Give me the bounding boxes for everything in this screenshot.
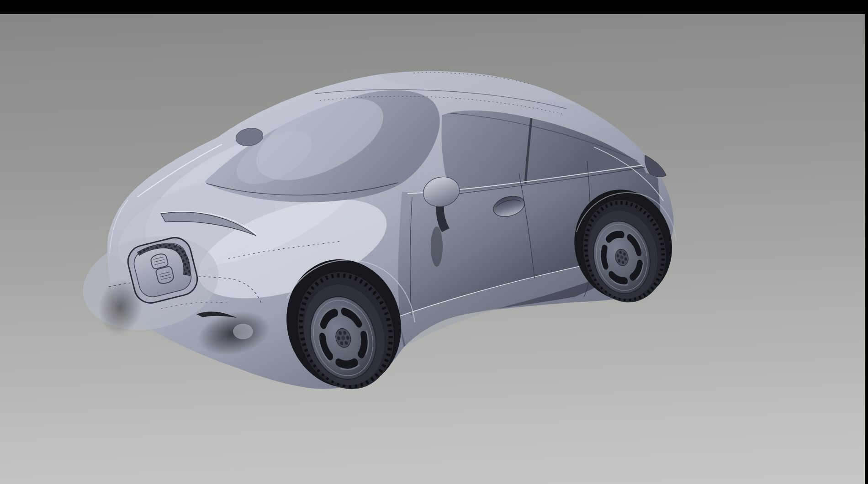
letterbox-right-bar [865, 0, 868, 484]
mirror-shadow-streak [431, 226, 443, 267]
screen [0, 0, 868, 484]
viewport-3d[interactable] [0, 0, 865, 484]
car-render-canvas [0, 0, 865, 484]
letterbox-top-bar [0, 0, 868, 14]
car-render [74, 71, 683, 403]
intake-inner-light [233, 324, 253, 339]
